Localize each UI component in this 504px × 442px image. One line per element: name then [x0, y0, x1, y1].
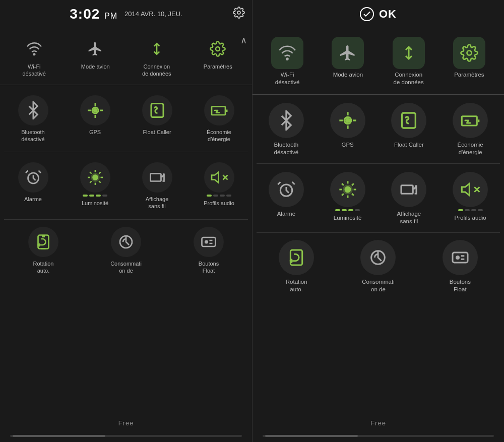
- toggle-alarm[interactable]: Alarme: [3, 157, 63, 214]
- right-main-toggles-row2: Alarme: [253, 164, 504, 232]
- right-toggle-rotation[interactable]: Rotationauto.: [257, 235, 336, 297]
- svg-line-51: [342, 194, 344, 196]
- right-toggle-gps[interactable]: GPS: [318, 98, 377, 160]
- right-data-icon: [393, 37, 425, 69]
- right-conso-label: Consommation de: [362, 278, 395, 293]
- right-toggle-wifi2[interactable]: Affichagesans fil: [380, 167, 439, 229]
- svg-line-49: [352, 194, 354, 196]
- svg-point-58: [456, 256, 459, 259]
- settings2-icon: [206, 37, 230, 61]
- left-scroll-bar[interactable]: [10, 435, 242, 437]
- toggle-lumi[interactable]: Luminosité: [65, 157, 125, 214]
- right-toggle-alarm[interactable]: Alarme: [257, 167, 316, 229]
- audio-label: Profils audio: [204, 200, 234, 207]
- right-lumi-label: Luminosité: [334, 214, 362, 222]
- left-free-label: Free: [0, 419, 252, 427]
- toggle-gps[interactable]: GPS: [65, 90, 125, 147]
- data-label: Connexionde données: [142, 63, 171, 78]
- svg-rect-23: [150, 174, 161, 181]
- battery-label: Économied'énergie: [207, 129, 231, 143]
- settings-icon[interactable]: [233, 7, 245, 22]
- svg-point-2: [216, 47, 220, 51]
- toggle-bluetooth[interactable]: Bluetoothdésactivé: [3, 90, 63, 147]
- quick-toggles-row: Wi-Fidésactivé Mode avion Connexionde do…: [0, 28, 252, 85]
- right-lumi-icon: [330, 172, 365, 207]
- quick-airplane[interactable]: Mode avion: [66, 32, 126, 81]
- right-free-label: Free: [253, 419, 504, 427]
- quick-wifi[interactable]: Wi-Fidésactivé: [4, 32, 65, 81]
- right-gps-icon: [330, 103, 365, 138]
- right-quick-airplane[interactable]: Mode avion: [318, 33, 377, 89]
- main-toggles-row1: Bluetoothdésactivé GPS: [0, 85, 252, 152]
- right-conso-icon: [360, 240, 396, 275]
- svg-rect-57: [453, 252, 468, 263]
- right-toggle-conso[interactable]: Consommation de: [338, 235, 418, 297]
- toggle-battery[interactable]: Économied'énergie: [189, 90, 249, 147]
- right-quick-settings[interactable]: Paramètres: [439, 33, 499, 89]
- right-audio-icon: [453, 172, 488, 207]
- wifi-label: Wi-Fidésactivé: [23, 63, 46, 78]
- alarm-label: Alarme: [24, 196, 42, 203]
- wifi2-icon: [142, 162, 172, 193]
- right-boutons-icon: [443, 240, 478, 275]
- right-toggle-audio[interactable]: Profils audio: [440, 167, 500, 229]
- svg-rect-38: [402, 113, 416, 128]
- right-panel: OK Wi-Fidésactivé Mode avion: [252, 0, 504, 442]
- right-scroll-bar[interactable]: [263, 435, 494, 437]
- toggle-boutons[interactable]: BoutonsFloat: [168, 222, 249, 279]
- right-settings-label: Paramètres: [454, 71, 484, 79]
- svg-point-4: [94, 109, 97, 112]
- date-display: 2014 AVR. 10, JEU.: [124, 10, 182, 18]
- right-bluetooth-label: Bluetoothdésactivé: [274, 141, 299, 156]
- right-audio-label: Profils audio: [454, 214, 486, 222]
- svg-line-50: [352, 183, 354, 185]
- toggle-floatcaller[interactable]: Float Caller: [127, 90, 187, 147]
- svg-rect-52: [401, 185, 413, 194]
- right-floatcaller-label: Float Caller: [394, 141, 424, 149]
- main-toggles-row3: Rotationauto. Consommation de: [0, 220, 252, 284]
- settings-label: Paramètres: [204, 63, 232, 70]
- lumi-label: Luminosité: [82, 200, 108, 207]
- right-floatcaller-icon: [391, 103, 426, 138]
- chevron-up-icon[interactable]: ∧: [240, 35, 247, 46]
- right-alarm-label: Alarme: [277, 210, 295, 218]
- svg-point-30: [287, 58, 288, 60]
- right-wifi-icon: [271, 37, 303, 69]
- wifi2-label: Affichagesans fil: [146, 196, 169, 210]
- svg-point-31: [467, 51, 471, 55]
- right-rotation-label: Rotationauto.: [286, 278, 307, 293]
- boutons-icon: [194, 227, 224, 257]
- right-toggle-boutons[interactable]: BoutonsFloat: [420, 235, 500, 297]
- audio-dots: [207, 195, 231, 197]
- toggle-wifi2[interactable]: Affichagesans fil: [127, 157, 187, 214]
- svg-point-43: [345, 187, 350, 192]
- quick-settings[interactable]: Paramètres: [188, 32, 248, 81]
- rotation-icon: [28, 227, 58, 257]
- right-toggle-lumi[interactable]: Luminosité: [318, 167, 377, 229]
- right-wifi2-icon: [391, 172, 426, 207]
- toggle-conso[interactable]: Consommation de: [86, 222, 166, 279]
- toggle-audio[interactable]: Profils audio: [189, 157, 249, 214]
- right-airplane-icon: [332, 37, 364, 69]
- right-rotation-icon: [279, 240, 314, 275]
- alarm-icon: [18, 162, 48, 193]
- svg-line-48: [342, 183, 344, 185]
- right-toggle-battery[interactable]: Économied'énergie: [440, 98, 500, 160]
- toggle-rotation[interactable]: Rotationauto.: [3, 222, 84, 279]
- gps-icon: [80, 95, 110, 125]
- right-wifi-label: Wi-Fidésactivé: [275, 71, 300, 86]
- right-quick-data[interactable]: Connexionde données: [379, 33, 438, 89]
- audio-icon: [204, 162, 234, 193]
- right-main-toggles-row3: Rotationauto. Consommation de: [253, 233, 504, 302]
- right-main-toggles-row1: Bluetoothdésactivé GPS: [253, 95, 504, 163]
- right-toggle-bluetooth[interactable]: Bluetoothdésactivé: [257, 98, 316, 160]
- right-alarm-icon: [269, 172, 304, 207]
- right-toggle-floatcaller[interactable]: Float Caller: [380, 98, 439, 160]
- right-wifi2-label: Affichagesans fil: [397, 210, 421, 225]
- right-battery-label: Économied'énergie: [458, 141, 483, 156]
- right-bluetooth-icon: [269, 103, 304, 138]
- svg-rect-9: [151, 103, 163, 117]
- quick-data[interactable]: Connexionde données: [127, 32, 187, 81]
- right-quick-wifi[interactable]: Wi-Fidésactivé: [258, 33, 317, 89]
- right-quick-toggles-row: Wi-Fidésactivé Mode avion Connexionde do…: [253, 28, 504, 95]
